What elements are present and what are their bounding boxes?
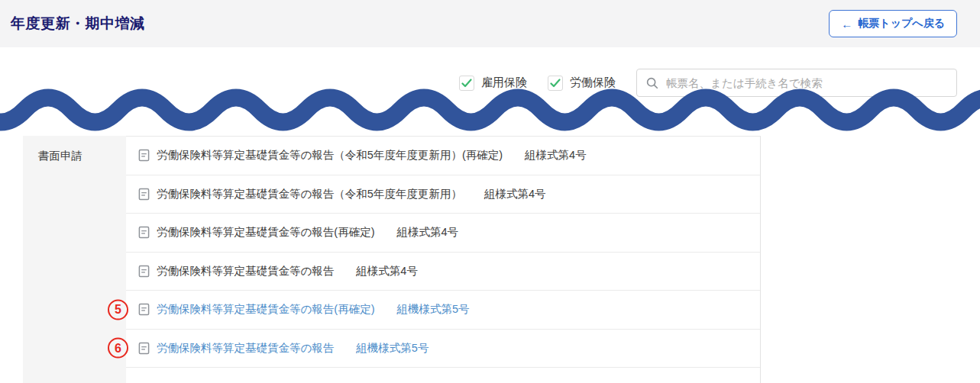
check-icon [550, 79, 561, 88]
left-arrow-icon: ← [841, 18, 852, 31]
check-icon [461, 79, 472, 88]
checkbox-label[interactable]: 雇用保険 [481, 76, 527, 90]
document-icon [138, 226, 150, 239]
back-button-label: 帳票トップへ戻る [858, 17, 945, 31]
wave-path [0, 98, 980, 122]
form-row-link[interactable]: 5 労働保険料等算定基礎賃金等の報告(再確定) 組機様式第5号 [126, 291, 760, 330]
form-row-label[interactable]: 労働保険料等算定基礎賃金等の報告 組機様式第5号 [157, 341, 429, 356]
checkbox-label[interactable]: 労働保険 [570, 76, 616, 90]
form-row-label[interactable]: 労働保険料等算定基礎賃金等の報告 組様式第4号 [157, 264, 418, 278]
form-row[interactable]: 労働保険料等算定基礎賃金等の報告（令和5年度年度更新用） 組様式第4号 [126, 175, 760, 214]
form-row-partial [126, 368, 760, 383]
form-row[interactable]: 労働保険料等算定基礎賃金等の報告（令和5年度年度更新用）(再確定) 組様式第4号 [126, 137, 760, 175]
filter-bar: 雇用保険 労働保険 [459, 69, 957, 97]
page-title: 年度更新・期中増減 [11, 14, 145, 34]
form-row-label[interactable]: 労働保険料等算定基礎賃金等の報告(再確定) 組様式第4号 [157, 225, 458, 240]
form-row-label[interactable]: 労働保険料等算定基礎賃金等の報告（令和5年度年度更新用）(再確定) 組様式第4号 [157, 148, 587, 163]
checkbox-box[interactable] [459, 76, 474, 91]
checkbox-box[interactable] [548, 76, 563, 91]
page-header: 年度更新・期中増減 ← 帳票トップへ戻る [0, 0, 980, 47]
form-row-link[interactable]: 6 労働保険料等算定基礎賃金等の報告 組機様式第5号 [126, 330, 760, 369]
document-icon [138, 342, 150, 355]
forms-table: 書面申請 労働保険料等算定基礎賃金等の報告（令和5年度年度更新用）(再確定) 組… [23, 136, 761, 383]
search-input[interactable] [666, 77, 948, 89]
search-icon [645, 76, 659, 90]
form-row[interactable]: 労働保険料等算定基礎賃金等の報告 組様式第4号 [126, 253, 760, 291]
back-to-forms-top-button[interactable]: ← 帳票トップへ戻る [829, 10, 957, 37]
document-icon [138, 149, 150, 162]
checkbox-employment-insurance[interactable]: 雇用保険 [459, 76, 527, 91]
annotation-circle-6: 6 [108, 338, 128, 359]
document-icon [138, 303, 150, 316]
form-row-label[interactable]: 労働保険料等算定基礎賃金等の報告(再確定) 組機様式第5号 [157, 302, 470, 317]
search-box[interactable] [636, 69, 957, 97]
document-icon [138, 265, 150, 278]
form-row-label[interactable]: 労働保険料等算定基礎賃金等の報告（令和5年度年度更新用） 組様式第4号 [157, 187, 545, 201]
form-rows: 労働保険料等算定基礎賃金等の報告（令和5年度年度更新用）(再確定) 組様式第4号… [126, 136, 761, 383]
form-row[interactable]: 労働保険料等算定基礎賃金等の報告(再確定) 組様式第4号 [126, 214, 760, 253]
page: 年度更新・期中増減 ← 帳票トップへ戻る 雇用保険 労働保険 [0, 0, 980, 383]
checkbox-labor-insurance[interactable]: 労働保険 [548, 76, 616, 91]
annotation-circle-5: 5 [108, 299, 128, 320]
document-icon [138, 188, 150, 201]
